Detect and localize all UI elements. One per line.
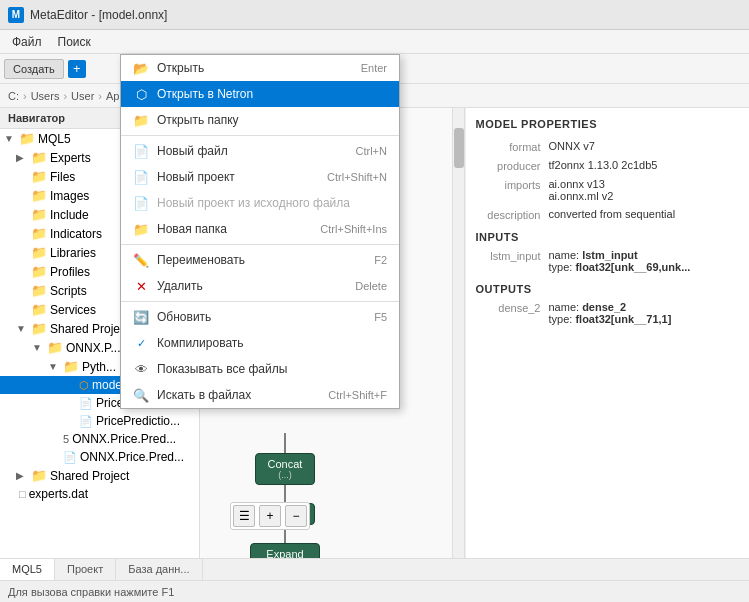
ctx-show-all[interactable]: 👁 Показывать все файлы (121, 356, 399, 382)
toggle-shared: ▼ (16, 323, 28, 334)
sidebar-item-5onnx[interactable]: 5 ONNX.Price.Pred... (0, 430, 199, 448)
prop-imports-label: imports (476, 178, 541, 191)
prop-description-value: converted from sequential (549, 208, 740, 220)
folder-icon-libraries: 📁 (31, 245, 47, 260)
properties-panel: MODEL PROPERTIES format ONNX v7 producer… (465, 108, 750, 558)
ctx-open-folder[interactable]: 📁 Открыть папку (121, 107, 399, 133)
netron-icon: ⬡ (133, 86, 149, 102)
scroll-thumb[interactable] (454, 128, 464, 168)
dat-file-icon: □ (19, 488, 26, 500)
ctx-open-label: Открыть (157, 61, 353, 75)
create-button[interactable]: Создать (4, 59, 64, 79)
menu-search[interactable]: Поиск (50, 33, 99, 51)
file-icon-onnxprice: 📄 (63, 451, 77, 464)
add-button[interactable]: + (68, 60, 86, 78)
new-proj2-icon: 📄 (133, 195, 149, 211)
status-bar: Для вызова справки нажмите F1 (0, 580, 749, 602)
delete-icon: ✕ (133, 278, 149, 294)
file-icon-5onnx: 5 (63, 433, 69, 445)
label-libraries: Libraries (50, 246, 96, 260)
node-concat[interactable]: Concat (...) (255, 453, 315, 485)
prop-producer-value: tf2onnx 1.13.0 2c1db5 (549, 159, 740, 171)
ctx-delete[interactable]: ✕ Удалить Delete (121, 273, 399, 299)
new-file-icon: 📄 (133, 143, 149, 159)
sidebar-item-onnx-price[interactable]: 📄 ONNX.Price.Pred... (0, 448, 199, 466)
sidebar-item-shared2[interactable]: ▶ 📁 Shared Project (0, 466, 199, 485)
ctx-delete-shortcut: Delete (355, 280, 387, 292)
context-menu: 📂 Открыть Enter ⬡ Открыть в Netron 📁 Отк… (120, 54, 400, 409)
refresh-icon: 🔄 (133, 309, 149, 325)
ctx-new-project-from-file: 📄 Новый проект из исходного файла (121, 190, 399, 216)
prop-description-label: description (476, 208, 541, 221)
label-services: Services (50, 303, 96, 317)
label-include: Include (50, 208, 89, 222)
prop-producer-row: producer tf2onnx 1.13.0 2c1db5 (476, 159, 740, 172)
ctx-open[interactable]: 📂 Открыть Enter (121, 55, 399, 81)
input-lstm-label: lstm_input (476, 249, 541, 262)
prop-format-value: ONNX v7 (549, 140, 740, 152)
folder-icon-indicators: 📁 (31, 226, 47, 241)
graph-zoom-out[interactable]: − (285, 505, 307, 527)
folder-icon-experts: 📁 (31, 150, 47, 165)
ctx-new-project[interactable]: 📄 Новый проект Ctrl+Shift+N (121, 164, 399, 190)
prop-format-row: format ONNX v7 (476, 140, 740, 153)
folder-icon-mql5: 📁 (19, 131, 35, 146)
vertical-scrollbar[interactable] (452, 108, 464, 558)
label-experts: Experts (50, 151, 91, 165)
label-images: Images (50, 189, 89, 203)
label-5onnx: ONNX.Price.Pred... (72, 432, 176, 446)
ctx-refresh[interactable]: 🔄 Обновить F5 (121, 304, 399, 330)
ctx-open-netron[interactable]: ⬡ Открыть в Netron (121, 81, 399, 107)
folder-icon-services: 📁 (31, 302, 47, 317)
sidebar-item-pp2[interactable]: 📄 PricePredictio... (0, 412, 199, 430)
bc-user: User (71, 90, 94, 102)
ctx-new-folder-shortcut: Ctrl+Shift+Ins (320, 223, 387, 235)
prop-producer-label: producer (476, 159, 541, 172)
app-icon: M (8, 7, 24, 23)
ctx-compile[interactable]: ✓ Компилировать (121, 330, 399, 356)
file-icon-pp2: 📄 (79, 415, 93, 428)
menu-bar: Файл Поиск (0, 30, 749, 54)
folder-open-icon: 📂 (133, 60, 149, 76)
label-onnx-price: ONNX.Price.Pred... (80, 450, 184, 464)
tab-project[interactable]: Проект (55, 559, 116, 582)
rename-icon: ✏️ (133, 252, 149, 268)
ctx-rename-label: Переименовать (157, 253, 366, 267)
tab-mql5[interactable]: MQL5 (0, 559, 55, 582)
prop-description-row: description converted from sequential (476, 208, 740, 221)
toggle-pyth: ▼ (48, 361, 60, 372)
folder-icon-shared: 📁 (31, 321, 47, 336)
ctx-rename[interactable]: ✏️ Переименовать F2 (121, 247, 399, 273)
graph-list-btn[interactable]: ☰ (233, 505, 255, 527)
separator-3 (121, 301, 399, 302)
label-profiles: Profiles (50, 265, 90, 279)
prop-format-label: format (476, 140, 541, 153)
sidebar-item-experts-dat[interactable]: □ experts.dat (0, 485, 199, 503)
ctx-new-folder[interactable]: 📁 Новая папка Ctrl+Shift+Ins (121, 216, 399, 242)
ctx-new-file-shortcut: Ctrl+N (356, 145, 387, 157)
ctx-show-all-label: Показывать все файлы (157, 362, 379, 376)
graph-zoom-in[interactable]: + (259, 505, 281, 527)
folder-icon-images: 📁 (31, 188, 47, 203)
inputs-title: INPUTS (476, 231, 740, 243)
ctx-rename-shortcut: F2 (374, 254, 387, 266)
folder-icon-pyth: 📁 (63, 359, 79, 374)
label-shared2: Shared Project (50, 469, 129, 483)
ctx-refresh-label: Обновить (157, 310, 366, 324)
ctx-new-file[interactable]: 📄 Новый файл Ctrl+N (121, 138, 399, 164)
label-indicators: Indicators (50, 227, 102, 241)
ctx-open-shortcut: Enter (361, 62, 387, 74)
output-dense2-label: dense_2 (476, 301, 541, 314)
label-pyth: Pyth... (82, 360, 116, 374)
menu-file[interactable]: Файл (4, 33, 50, 51)
separator-1 (121, 135, 399, 136)
new-project-icon: 📄 (133, 169, 149, 185)
node-expand[interactable]: Expand input = 0 (250, 543, 320, 558)
ctx-new-proj2-label: Новый проект из исходного файла (157, 196, 379, 210)
ctx-search-files[interactable]: 🔍 Искать в файлах Ctrl+Shift+F (121, 382, 399, 408)
toggle-experts: ▶ (16, 152, 28, 163)
prop-imports-value: ai.onnx v13ai.onnx.ml v2 (549, 178, 740, 202)
label-files: Files (50, 170, 75, 184)
label-onnx: ONNX.P... (66, 341, 120, 355)
tab-database[interactable]: База данн... (116, 559, 202, 582)
